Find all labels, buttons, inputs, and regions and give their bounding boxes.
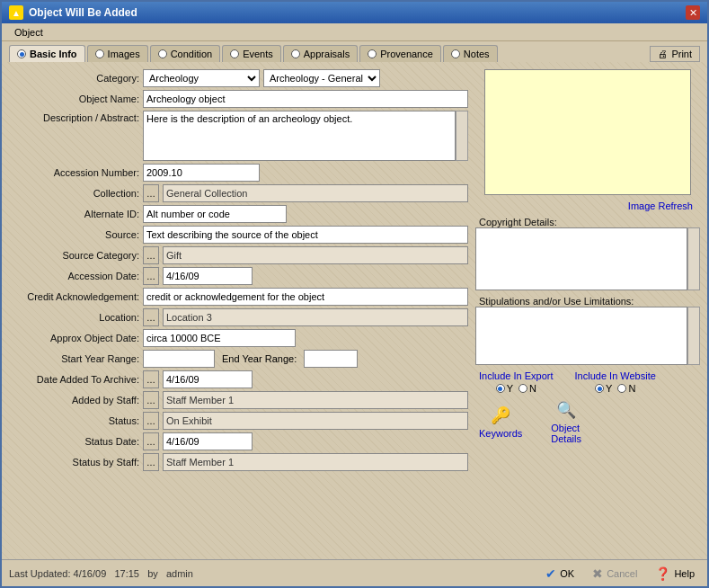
accession-date-browse-button[interactable]: … xyxy=(143,267,159,285)
added-by-label: Added by Staff: xyxy=(9,395,139,405)
date-added-row: Date Added To Archive: … xyxy=(9,370,468,388)
stipulations-textarea-container xyxy=(475,307,700,365)
tab-notes[interactable]: Notes xyxy=(443,45,498,62)
status-date-input[interactable] xyxy=(163,432,253,450)
copyright-textarea[interactable] xyxy=(475,227,687,290)
main-content: Category: Archeology Archeology - Genera… xyxy=(2,62,707,559)
help-button[interactable]: ❓ Help xyxy=(650,565,700,583)
export-radio-row: Y N xyxy=(496,383,536,394)
collection-label: Collection: xyxy=(9,188,139,199)
category2-select[interactable]: Archeology - General xyxy=(263,69,380,87)
status-date: 4/16/09 xyxy=(74,568,107,579)
bottom-buttons-row: 🔑 Keywords 🔍 ObjectDetails xyxy=(475,399,700,444)
object-details-button[interactable]: 🔍 ObjectDetails xyxy=(551,399,581,444)
approx-date-input[interactable] xyxy=(143,329,296,347)
tab-events[interactable]: Events xyxy=(222,45,281,62)
magnifier-icon: 🔍 xyxy=(554,399,579,421)
tab-bar: Basic Info Images Condition Events Appra… xyxy=(2,41,707,62)
source-label: Source: xyxy=(9,229,139,240)
accession-date-label: Accession Date: xyxy=(9,271,139,281)
tab-basic-info-label: Basic Info xyxy=(30,49,77,59)
tab-condition[interactable]: Condition xyxy=(150,45,220,62)
keywords-button[interactable]: 🔑 Keywords xyxy=(479,405,522,439)
check-icon: ✔ xyxy=(545,566,556,581)
include-website-label[interactable]: Include In Website xyxy=(575,370,656,381)
main-window: ▲ Object Will Be Added ✕ Object Basic In… xyxy=(0,0,709,588)
copyright-scrollbar[interactable] xyxy=(687,227,700,290)
alternate-id-label: Alternate ID: xyxy=(9,209,139,219)
export-website-row: Include In Export Y N Include In Website xyxy=(475,370,700,394)
location-browse-button[interactable]: … xyxy=(143,308,159,326)
source-category-browse-button[interactable]: … xyxy=(143,246,159,264)
tab-provenance[interactable]: Provenance xyxy=(359,45,441,62)
website-y-label: Y xyxy=(606,383,612,394)
description-scrollbar[interactable] xyxy=(456,111,468,161)
cancel-button[interactable]: ✖ Cancel xyxy=(587,565,643,583)
object-name-label: Object Name: xyxy=(9,94,139,104)
stipulations-scrollbar[interactable] xyxy=(687,307,700,365)
description-textarea[interactable]: Here is the description of an archeology… xyxy=(143,111,456,161)
alternate-id-input[interactable] xyxy=(143,205,287,223)
status-date-browse-button[interactable]: … xyxy=(143,432,159,450)
credit-input[interactable] xyxy=(143,288,468,306)
status-browse-button[interactable]: … xyxy=(143,412,159,430)
action-buttons: ✔ OK ✖ Cancel ❓ Help xyxy=(540,565,700,583)
stipulations-label: Stipulations and/or Use Limitations: xyxy=(475,296,700,307)
credit-label: Credit Acknowledgement: xyxy=(9,291,139,302)
approx-date-row: Approx Object Date: xyxy=(9,329,468,347)
date-added-browse-button[interactable]: … xyxy=(143,370,159,388)
source-category-input xyxy=(163,246,468,264)
approx-date-label: Approx Object Date: xyxy=(9,333,139,343)
status-bar: Last Updated: 4/16/09 17:15 by admin ✔ O… xyxy=(2,559,707,586)
start-year-input[interactable] xyxy=(143,350,215,368)
by-label: by xyxy=(147,568,158,579)
menu-object[interactable]: Object xyxy=(9,26,49,39)
tab-images-label: Images xyxy=(108,49,140,59)
print-button[interactable]: 🖨 Print xyxy=(650,46,700,62)
status-time: 17:15 xyxy=(114,568,139,579)
website-n-radio[interactable] xyxy=(617,384,626,393)
accession-date-input[interactable] xyxy=(163,267,253,285)
ok-button[interactable]: ✔ OK xyxy=(540,565,580,583)
website-n-option[interactable]: N xyxy=(617,383,635,394)
added-by-browse-button[interactable]: … xyxy=(143,391,159,409)
website-y-option[interactable]: Y xyxy=(595,383,612,394)
tab-basic-info[interactable]: Basic Info xyxy=(9,45,85,62)
end-year-input[interactable] xyxy=(304,350,358,368)
object-name-row: Object Name: xyxy=(9,90,468,108)
credit-row: Credit Acknowledgement: xyxy=(9,288,468,306)
export-y-radio[interactable] xyxy=(496,384,505,393)
website-y-radio[interactable] xyxy=(595,384,604,393)
status-by-row: Status by Staff: … xyxy=(9,453,468,471)
image-box xyxy=(484,69,691,195)
collection-row: Collection: … xyxy=(9,184,468,202)
date-added-input[interactable] xyxy=(163,370,253,388)
key-icon: 🔑 xyxy=(488,405,513,426)
accession-number-row: Accession Number: xyxy=(9,164,468,182)
export-y-option[interactable]: Y xyxy=(496,383,513,394)
image-refresh-button[interactable]: Image Refresh xyxy=(475,200,700,211)
export-n-option[interactable]: N xyxy=(518,383,536,394)
close-button[interactable]: ✕ xyxy=(686,5,700,20)
collection-browse-button[interactable]: … xyxy=(143,184,159,202)
export-n-radio[interactable] xyxy=(518,384,527,393)
stipulations-section: Stipulations and/or Use Limitations: xyxy=(475,296,700,365)
stipulations-textarea[interactable] xyxy=(475,307,687,365)
end-year-label: End Year Range: xyxy=(218,353,300,364)
image-refresh-label: Image Refresh xyxy=(628,200,693,211)
source-row: Source: xyxy=(9,226,468,244)
tab-basic-info-radio xyxy=(17,49,26,58)
print-label: Print xyxy=(671,49,692,59)
category-select[interactable]: Archeology xyxy=(143,69,260,87)
tab-appraisals-radio xyxy=(291,49,300,58)
year-range-row: Start Year Range: End Year Range: xyxy=(9,350,468,368)
tab-appraisals[interactable]: Appraisals xyxy=(283,45,358,62)
object-name-input[interactable] xyxy=(143,90,468,108)
tab-notes-label: Notes xyxy=(464,49,490,59)
accession-number-input[interactable] xyxy=(143,164,260,182)
include-export-label[interactable]: Include In Export xyxy=(479,370,554,381)
status-by-browse-button[interactable]: … xyxy=(143,453,159,471)
tab-images[interactable]: Images xyxy=(87,45,148,62)
object-details-label: ObjectDetails xyxy=(551,423,581,444)
source-input[interactable] xyxy=(143,226,468,244)
